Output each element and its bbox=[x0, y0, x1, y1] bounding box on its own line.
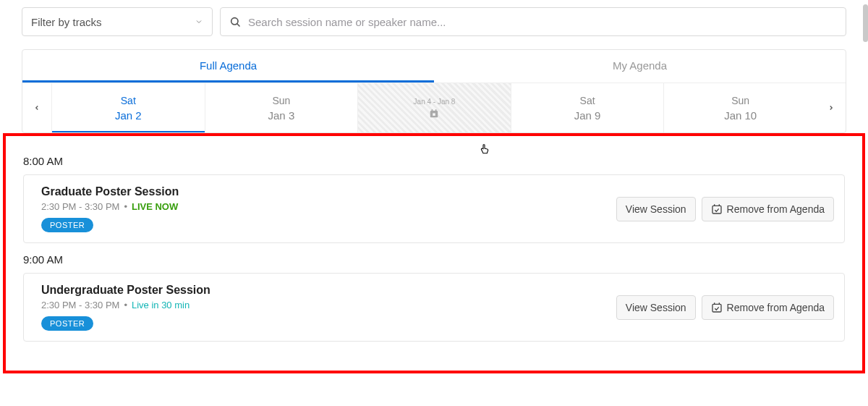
date-dow: Sat bbox=[121, 95, 136, 106]
date-dow: Sun bbox=[731, 95, 749, 106]
date-cell-skip-jan4-jan8[interactable]: Jan 4 - Jan 8 bbox=[357, 83, 511, 132]
svg-rect-4 bbox=[435, 109, 437, 111]
remove-label: Remove from Agenda bbox=[727, 302, 825, 313]
date-dow: Sun bbox=[272, 95, 290, 106]
agenda-frame: Full Agenda My Agenda Sat Jan 2 Sun Jan … bbox=[22, 49, 846, 133]
next-dates-button[interactable] bbox=[817, 83, 846, 132]
view-session-button[interactable]: View Session bbox=[616, 197, 696, 221]
session-actions: View Session Remove from Agenda bbox=[616, 197, 834, 221]
time-slot-header: 9:00 AM bbox=[23, 253, 845, 266]
chevron-down-icon bbox=[195, 17, 203, 26]
svg-line-1 bbox=[237, 24, 239, 26]
calendar-check-icon bbox=[711, 302, 723, 313]
session-card: Undergraduate Poster Session 2:30 PM - 3… bbox=[23, 273, 845, 342]
svg-rect-3 bbox=[432, 109, 433, 111]
search-input[interactable] bbox=[248, 16, 837, 28]
time-slot-header: 8:00 AM bbox=[23, 155, 845, 167]
date-label: Jan 3 bbox=[268, 109, 295, 122]
live-now-badge: LIVE NOW bbox=[132, 201, 178, 212]
agenda-tabs: Full Agenda My Agenda bbox=[22, 50, 846, 83]
track-tag: POSTER bbox=[41, 218, 93, 232]
tab-full-agenda[interactable]: Full Agenda bbox=[22, 50, 434, 83]
top-controls-row: Filter by tracks bbox=[22, 7, 846, 36]
calendar-skip-icon bbox=[429, 109, 439, 119]
session-time: 2:30 PM - 3:30 PM bbox=[41, 300, 119, 310]
session-info: Graduate Poster Session 2:30 PM - 3:30 P… bbox=[41, 185, 179, 232]
date-cell-jan-3[interactable]: Sun Jan 3 bbox=[205, 83, 358, 132]
view-session-button[interactable]: View Session bbox=[616, 295, 696, 320]
prev-dates-button[interactable] bbox=[22, 83, 51, 132]
search-box[interactable] bbox=[220, 7, 846, 36]
date-range-label: Jan 4 - Jan 8 bbox=[414, 98, 456, 106]
date-dow: Sat bbox=[580, 95, 595, 106]
session-title: Graduate Poster Session bbox=[41, 185, 179, 198]
session-time: 2:30 PM - 3:30 PM bbox=[41, 201, 119, 212]
calendar-check-icon bbox=[711, 203, 723, 215]
session-meta: 2:30 PM - 3:30 PM • Live in 30 min bbox=[41, 300, 210, 310]
filter-tracks-select[interactable]: Filter by tracks bbox=[22, 7, 213, 36]
date-label: Jan 9 bbox=[574, 109, 601, 122]
svg-rect-5 bbox=[433, 113, 436, 116]
live-soon-badge: Live in 30 min bbox=[132, 300, 190, 310]
filter-label: Filter by tracks bbox=[31, 16, 102, 28]
session-meta: 2:30 PM - 3:30 PM • LIVE NOW bbox=[41, 201, 179, 212]
session-title: Undergraduate Poster Session bbox=[41, 284, 210, 297]
session-card: Graduate Poster Session 2:30 PM - 3:30 P… bbox=[23, 174, 845, 243]
vertical-scrollbar-thumb[interactable] bbox=[863, 4, 868, 42]
session-actions: View Session Remove from Agenda bbox=[616, 295, 834, 320]
date-label: Jan 2 bbox=[115, 109, 142, 122]
remove-from-agenda-button[interactable]: Remove from Agenda bbox=[702, 295, 834, 320]
date-cell-jan-9[interactable]: Sat Jan 9 bbox=[511, 83, 664, 132]
date-cell-jan-2[interactable]: Sat Jan 2 bbox=[51, 83, 205, 132]
tab-my-agenda[interactable]: My Agenda bbox=[434, 50, 846, 83]
session-info: Undergraduate Poster Session 2:30 PM - 3… bbox=[41, 284, 210, 331]
svg-rect-6 bbox=[712, 206, 721, 213]
search-icon bbox=[229, 16, 241, 28]
remove-label: Remove from Agenda bbox=[727, 203, 825, 215]
date-label: Jan 10 bbox=[724, 109, 757, 122]
remove-from-agenda-button[interactable]: Remove from Agenda bbox=[702, 197, 834, 221]
date-cell-jan-10[interactable]: Sun Jan 10 bbox=[663, 83, 817, 132]
date-nav-row: Sat Jan 2 Sun Jan 3 Jan 4 - Jan 8 Sat Ja… bbox=[22, 83, 846, 132]
svg-rect-9 bbox=[712, 304, 721, 312]
highlighted-region: 8:00 AM Graduate Poster Session 2:30 PM … bbox=[3, 133, 865, 373]
track-tag: POSTER bbox=[41, 316, 93, 331]
